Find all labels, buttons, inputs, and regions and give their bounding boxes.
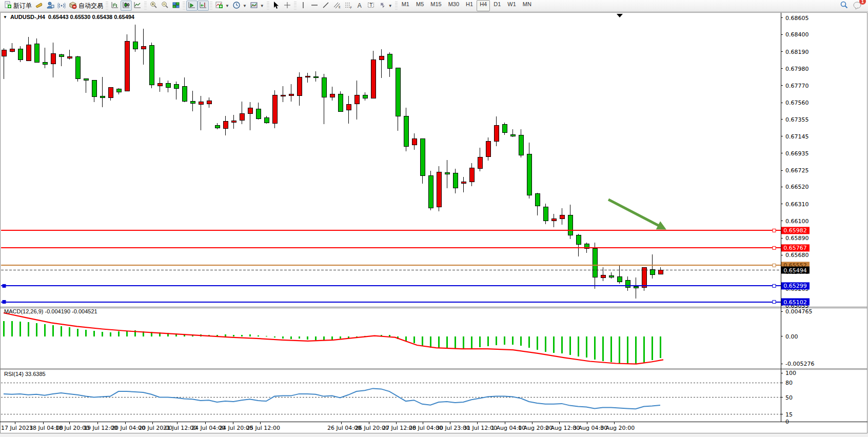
svg-text:25 Jul 12:00: 25 Jul 12:00 bbox=[246, 425, 280, 431]
candle-body bbox=[215, 125, 220, 128]
line-handle bbox=[773, 284, 776, 287]
macd-signal-line bbox=[4, 313, 663, 364]
svg-text:0.66310: 0.66310 bbox=[785, 201, 809, 208]
candle-body bbox=[576, 235, 581, 244]
candle-body bbox=[231, 121, 236, 122]
candle-body bbox=[494, 125, 499, 141]
candle-body bbox=[190, 101, 195, 103]
chart-shift-marker[interactable] bbox=[617, 14, 623, 17]
svg-text:0.67560: 0.67560 bbox=[785, 100, 809, 106]
rsi-levels bbox=[1, 383, 781, 414]
svg-text:0.65494: 0.65494 bbox=[783, 267, 807, 274]
svg-text:0.00: 0.00 bbox=[785, 333, 798, 340]
line-handle bbox=[3, 301, 6, 304]
candle-body bbox=[445, 173, 449, 174]
window-bottom-strip bbox=[0, 433, 868, 437]
candle-body bbox=[256, 109, 261, 118]
candle-body bbox=[560, 215, 564, 218]
svg-text:0.65102: 0.65102 bbox=[783, 299, 807, 306]
candle-body bbox=[281, 95, 285, 96]
candle-body bbox=[207, 101, 211, 104]
candle-body bbox=[10, 49, 14, 51]
svg-text:0.67355: 0.67355 bbox=[785, 116, 809, 123]
candle-body bbox=[108, 88, 113, 98]
candle-body bbox=[412, 139, 417, 145]
candle-body bbox=[34, 44, 39, 62]
candle-body bbox=[551, 219, 556, 221]
candle-body bbox=[593, 248, 597, 277]
candle-body bbox=[240, 114, 244, 120]
candle-body bbox=[601, 275, 605, 278]
chart-canvas: 0.686050.684000.681900.679800.677700.675… bbox=[0, 0, 868, 437]
svg-text:0.67770: 0.67770 bbox=[785, 83, 809, 89]
candle-body bbox=[75, 56, 80, 79]
candle-body bbox=[461, 182, 466, 183]
candle-body bbox=[346, 104, 351, 110]
svg-text:80: 80 bbox=[785, 380, 793, 386]
candle-body bbox=[420, 139, 425, 176]
candle-body bbox=[116, 89, 121, 92]
horizontal-line-0.65552[interactable]: 0.65552 bbox=[1, 262, 810, 269]
svg-text:50: 50 bbox=[785, 394, 793, 401]
candle-body bbox=[502, 125, 507, 133]
candle-body bbox=[642, 268, 646, 287]
candle-body bbox=[510, 135, 515, 136]
svg-text:0.004765: 0.004765 bbox=[785, 308, 813, 315]
horizontal-line-0.65102[interactable]: 0.65102 bbox=[1, 299, 810, 306]
chart-symbol-title: AUDUSD-,H4 bbox=[10, 14, 45, 20]
line-handle bbox=[773, 264, 776, 267]
chart-title-row: ▼ AUDUSD-,H4 0.65443 0.65530 0.65438 0.6… bbox=[3, 14, 134, 20]
bid-price-line: 0.65494 bbox=[1, 267, 810, 274]
candle-body bbox=[469, 168, 474, 182]
candle-body bbox=[67, 57, 72, 58]
candle-body bbox=[182, 87, 187, 101]
candle-body bbox=[609, 275, 614, 277]
svg-text:0.67980: 0.67980 bbox=[785, 66, 809, 72]
candle-body bbox=[26, 45, 31, 61]
candle-body bbox=[658, 270, 663, 274]
svg-text:0.65890: 0.65890 bbox=[785, 235, 809, 242]
candle-body bbox=[568, 215, 573, 235]
candle-body bbox=[617, 276, 622, 282]
candle-body bbox=[428, 176, 433, 208]
candle-body bbox=[519, 135, 523, 155]
arrow-annotation[interactable] bbox=[608, 200, 666, 230]
svg-text:0.66725: 0.66725 bbox=[785, 167, 809, 174]
candle-body bbox=[379, 56, 384, 59]
candle-body bbox=[248, 108, 252, 114]
svg-text:0.68605: 0.68605 bbox=[785, 15, 809, 22]
candle-body bbox=[199, 102, 203, 104]
candle-body bbox=[92, 81, 96, 96]
candle-body bbox=[125, 42, 129, 91]
candle-body bbox=[330, 94, 334, 97]
candle-body bbox=[272, 95, 277, 124]
candle-body bbox=[404, 116, 408, 146]
candle-body bbox=[437, 172, 441, 207]
candle-body bbox=[100, 96, 105, 98]
candle-body bbox=[157, 83, 162, 86]
svg-text:0.66520: 0.66520 bbox=[785, 184, 809, 190]
svg-text:3 Aug 20:00: 3 Aug 20:00 bbox=[600, 425, 635, 431]
horizontal-line-0.65767[interactable]: 0.65767 bbox=[1, 244, 810, 251]
svg-text:0.68190: 0.68190 bbox=[785, 49, 809, 55]
horizontal-line-0.65299[interactable]: 0.65299 bbox=[1, 282, 810, 289]
pane-separators bbox=[0, 13, 867, 422]
chart-ohlc-quote: 0.65443 0.65530 0.65438 0.65494 bbox=[48, 14, 134, 20]
line-handle bbox=[773, 229, 776, 232]
rsi-line bbox=[4, 388, 660, 409]
svg-text:0.68400: 0.68400 bbox=[785, 31, 809, 38]
svg-text:0.66935: 0.66935 bbox=[785, 150, 809, 157]
svg-text:100: 100 bbox=[785, 370, 796, 376]
candle-body bbox=[322, 77, 326, 97]
svg-text:-0.005276: -0.005276 bbox=[785, 361, 814, 367]
candle-body bbox=[453, 173, 458, 188]
horizontal-line-0.65982[interactable]: 0.65982 bbox=[1, 227, 810, 234]
candle-body bbox=[297, 77, 302, 96]
svg-text:17 Jul 2023: 17 Jul 2023 bbox=[1, 425, 33, 431]
candle-body bbox=[371, 59, 376, 98]
collapse-triangle-icon[interactable]: ▼ bbox=[3, 15, 7, 19]
candle-body bbox=[363, 95, 367, 98]
candle-body bbox=[264, 118, 269, 123]
svg-text:15: 15 bbox=[785, 411, 793, 418]
candle-body bbox=[2, 50, 6, 56]
